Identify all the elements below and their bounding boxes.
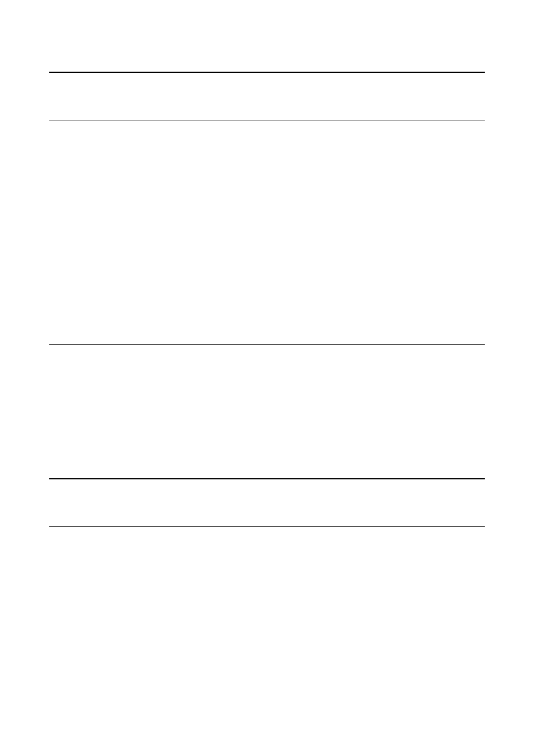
lower-thick-rule bbox=[49, 478, 485, 479]
top-thick-rule bbox=[49, 72, 485, 73]
middle-thin-rule bbox=[49, 344, 485, 345]
document-page bbox=[0, 0, 534, 756]
upper-thin-rule bbox=[49, 120, 485, 120]
bottom-thin-rule bbox=[49, 526, 485, 527]
